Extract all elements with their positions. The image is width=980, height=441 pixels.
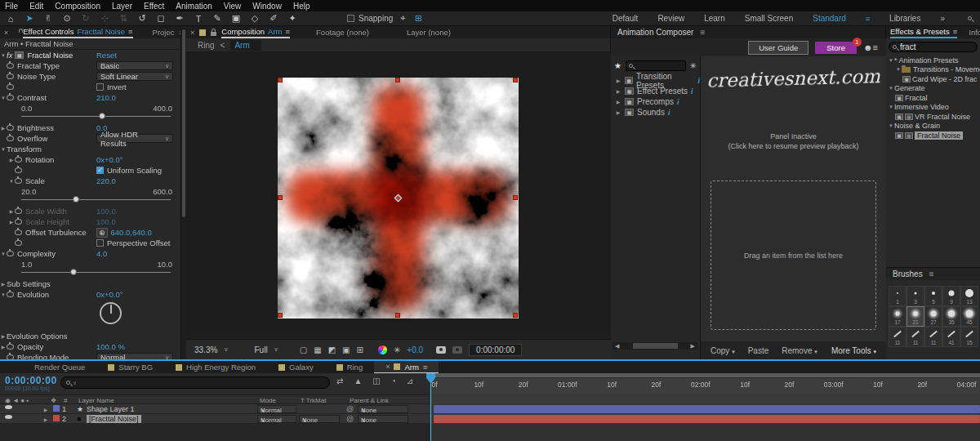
effects-tree-item[interactable]: ▦◎Fractal Noise [886,131,980,140]
resolution-select[interactable]: Full∨ [251,344,281,356]
stopwatch-icon[interactable] [15,157,22,163]
store-button[interactable]: Store1 [815,42,857,54]
transform-handle[interactable] [278,313,283,318]
menu-window[interactable]: Window [252,2,282,11]
menu-help[interactable]: Help [293,2,310,11]
workspace-small-screen[interactable]: Small Screen [745,14,793,23]
panel-menu-icon[interactable]: ≡ [929,270,934,278]
effects-tree-item[interactable]: ▼Immersive Video [886,103,980,113]
twirl-icon[interactable]: ▼ [895,67,902,72]
region-of-interest-icon[interactable]: ▣ [342,345,350,354]
panel-close-icon[interactable]: × [190,29,194,37]
layer-color-chip[interactable] [53,415,60,421]
reset-label[interactable]: Reset [96,51,117,60]
layer-color-chip[interactable] [53,405,60,412]
rotobrush-tool[interactable]: ✐ [268,13,279,24]
twirl-icon[interactable]: ▼ [8,179,15,184]
numeric-value[interactable]: 100.0 [96,217,116,226]
effects-tree-item[interactable]: ▦Fractal [886,93,980,103]
brush-preset[interactable]: 1 [889,286,906,306]
crumb-arm[interactable]: Arm [230,40,261,51]
brush-preset[interactable]: 17 [889,306,906,327]
stopwatch-icon[interactable] [15,208,22,214]
workspace-overflow-icon[interactable]: » [940,14,945,23]
copy-button[interactable]: Copy ▾ [706,345,740,357]
numeric-value[interactable]: 210.0 [96,93,116,102]
effects-tree-item[interactable]: ▼Noise & Grain [886,122,980,131]
timeline-tab-high-energy-region[interactable]: High Energy Region [164,361,267,373]
transform-handle[interactable] [513,78,518,82]
tab-composition[interactable]: Composition Arm ≡ [221,26,290,38]
magnification-select[interactable]: 33.3%∨ [191,344,231,356]
twirl-icon[interactable]: ▶ [615,109,621,115]
stopwatch-icon[interactable] [7,63,14,69]
brush-preset[interactable]: 11 [906,327,924,347]
brush-preset[interactable]: 41 [942,327,960,347]
stopwatch-icon[interactable] [7,136,14,141]
panel-menu-icon[interactable]: ≡ [286,27,291,36]
transform-handle[interactable] [513,313,518,318]
table-row[interactable]: ▶1★Shape Layer 1Normal∨@None∨ [0,404,430,414]
menu-composition[interactable]: Composition [55,2,100,11]
twirl-icon[interactable]: ▶ [0,125,7,131]
slider-thumb[interactable] [73,196,79,203]
mask-tool[interactable]: ◻ [155,13,167,24]
brush-preset[interactable]: 5 [924,286,942,306]
trkmat-select[interactable]: None∨ [299,415,340,423]
transparency-grid-icon[interactable]: ▦ [314,345,321,354]
composition-viewer[interactable] [186,52,611,339]
composer-category-transition-presets[interactable]: ▶▦Transition Presetsi [611,75,700,86]
twirl-icon[interactable]: ▶ [0,333,7,339]
stopwatch-icon[interactable] [15,167,22,173]
eraser-tool[interactable]: ◇ [249,13,261,24]
lock-icon[interactable] [211,32,216,36]
evolution-dial[interactable] [100,302,122,324]
drop-zone[interactable]: Drag an item from the list here [710,180,876,330]
value-checkbox[interactable] [96,239,104,247]
panel-menu-icon[interactable]: ≡ [128,27,133,36]
draft-3d-icon[interactable]: ▲ [354,376,362,385]
crumb-ring[interactable]: Ring [198,41,215,50]
twirl-icon[interactable]: ▶ [8,219,15,225]
twirl-icon[interactable]: ▼ [888,58,894,63]
more-tools-button[interactable]: More Tools ▾ [826,345,881,357]
composer-category-precomps[interactable]: ▶▦Precompsi [611,96,700,107]
visibility-eye-icon[interactable] [5,405,12,409]
timeline-search-input[interactable]: ∨ [60,376,330,389]
tab-effect-controls[interactable]: Effect Controls Fracttal Noise ≡ [23,26,132,38]
tab-info[interactable]: Info [969,28,980,37]
effects-search-input[interactable]: fract [889,42,978,52]
tab-footage[interactable]: Footage (none) [316,28,369,37]
stopwatch-icon[interactable] [15,178,22,184]
stopwatch-icon[interactable] [7,95,14,100]
remove-button[interactable]: Remove ▾ [777,345,822,357]
snapshot-icon[interactable] [436,346,446,354]
work-area-bar[interactable] [431,373,980,378]
stopwatch-icon[interactable] [7,344,14,350]
brush-preset[interactable]: 3 [906,286,924,306]
layer-track[interactable] [430,414,980,424]
scroll-right-icon[interactable]: ▶ [688,343,697,350]
table-row[interactable]: ▶2■[Fracttal Noise]Normal∨None∨@None∨ [0,414,430,424]
numeric-value[interactable]: 100.0 [96,207,116,216]
composer-category-sounds[interactable]: ▶▦Soundsi [611,107,700,118]
mode-select[interactable]: Normal∨ [257,405,296,413]
scroll-left-icon[interactable]: ◀ [612,343,621,350]
numeric-value[interactable]: 4.0 [96,249,107,258]
layer-name[interactable]: Shape Layer 1 [87,405,135,413]
twirl-icon[interactable]: ▼ [0,147,7,152]
effects-tree-item[interactable]: ▼Generate [886,84,980,94]
layer-track[interactable] [430,404,980,414]
mask-visibility-icon[interactable]: ◩ [328,345,336,354]
motion-blur-icon[interactable]: ⊿ [407,376,413,385]
twirl-icon[interactable]: ▶ [0,281,7,287]
composer-preview-area[interactable]: creativesnext.com Panel Inactive (Click … [701,56,886,341]
panel-close-icon[interactable]: × [4,29,8,37]
stopwatch-icon[interactable] [7,292,14,297]
layer-duration-bar[interactable] [434,405,980,413]
twirl-icon[interactable]: ▼ [888,86,894,91]
guides-icon[interactable]: ⊞ [357,345,363,354]
effects-tree-item[interactable]: ▼* Animation Presets [886,56,980,65]
workspace-libraries[interactable]: Libraries [889,14,920,23]
favorites-star-icon[interactable]: ★ [614,61,621,70]
